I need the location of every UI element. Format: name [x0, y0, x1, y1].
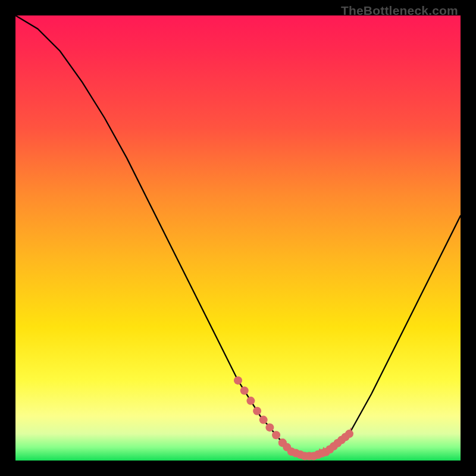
curve-marker: [253, 407, 261, 415]
curve-marker: [234, 376, 242, 384]
curve-line: [15, 15, 461, 456]
chart-frame: TheBottleneck.com: [0, 0, 476, 476]
curve-marker: [240, 387, 249, 395]
curve-marker: [272, 431, 280, 439]
plot-area: [15, 15, 461, 461]
curve-markers: [234, 376, 353, 460]
curve-marker: [265, 423, 274, 431]
watermark-text: TheBottleneck.com: [341, 4, 458, 18]
curve-marker: [259, 416, 268, 424]
curve-marker: [246, 397, 255, 405]
chart-svg: [15, 15, 461, 461]
